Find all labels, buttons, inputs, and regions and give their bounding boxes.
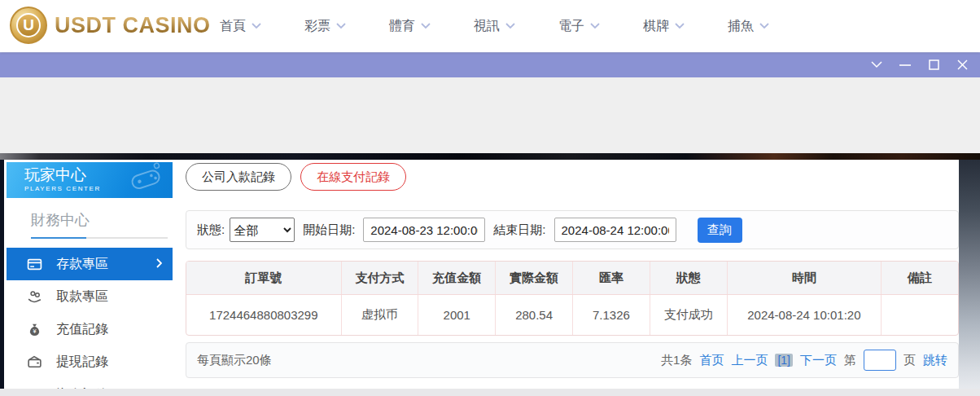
sidebar-item-label: 存款專區: [56, 256, 108, 273]
left-background-edge: [0, 160, 4, 389]
window-minimize-button[interactable]: [898, 58, 912, 73]
content-area: 公司入款記錄 在線支付記錄 狀態: 全部 開始日期: 結束日期: 查詢 訂單號 …: [186, 163, 959, 378]
minimize-icon: [899, 64, 911, 67]
nav-item-label: 捕魚: [728, 18, 754, 35]
top-nav-bar: U USDT CASINO 首頁 彩票 體育 視訊 電子 棋牌 捕魚: [0, 0, 980, 52]
page-background-spacer: [0, 77, 980, 153]
jump-go-link[interactable]: 跳转: [923, 353, 947, 368]
nav-item-sports[interactable]: 體育: [389, 18, 431, 35]
page-jump-input[interactable]: [864, 350, 896, 371]
cell-rate: 7.1326: [572, 295, 650, 335]
right-background-edge: [959, 160, 980, 389]
nav-item-label: 視訊: [474, 18, 500, 35]
sidebar: 玩家中心 PLAYERS CENTER 財務中心 存款專區: [7, 162, 173, 396]
site-logo[interactable]: U USDT CASINO: [10, 7, 211, 44]
wallet-icon: [27, 354, 42, 370]
tab-company-deposit-record[interactable]: 公司入款記錄: [186, 163, 291, 191]
bank-card-icon: [27, 257, 42, 272]
cell-recharge-amount: 2001: [418, 295, 495, 335]
jump-label-suffix: 页: [903, 353, 916, 368]
jump-label-prefix: 第: [844, 353, 856, 368]
sidebar-item-withdraw[interactable]: 取款專區: [7, 280, 173, 313]
coin-logo-letter: U: [16, 13, 41, 37]
prev-page-link[interactable]: 上一页: [731, 353, 768, 368]
start-date-label: 開始日期:: [303, 222, 355, 238]
filter-panel: 狀態: 全部 開始日期: 結束日期: 查詢: [186, 210, 959, 249]
header-order-no: 訂單號: [186, 262, 341, 294]
sidebar-item-label: 提現記錄: [56, 354, 108, 371]
header-time: 時間: [727, 262, 882, 294]
nav-item-chess[interactable]: 棋牌: [643, 18, 685, 35]
table-header-row: 訂單號 支付方式 充值金額 實際金額 匯率 狀態 時間 備註: [186, 262, 958, 295]
search-button[interactable]: 查詢: [698, 218, 742, 243]
sidebar-section-underline: [31, 237, 168, 239]
sidebar-section-title: 財務中心: [31, 210, 173, 230]
chevron-down-icon: [871, 61, 882, 68]
current-page-indicator: [1]: [775, 354, 793, 367]
nav-item-live[interactable]: 視訊: [474, 18, 515, 35]
sidebar-item-label: 取款專區: [56, 288, 108, 306]
window-title-bar: [0, 52, 980, 77]
page-size-text: 每頁顯示20條: [197, 353, 272, 368]
sidebar-item-withdrawal-record[interactable]: 提現記錄: [7, 345, 173, 378]
nav-item-lottery[interactable]: 彩票: [304, 18, 346, 35]
sidebar-item-recharge-record[interactable]: ¥ 充值記錄: [7, 313, 173, 345]
tab-online-payment-record[interactable]: 在線支付記錄: [300, 163, 406, 191]
sidebar-menu: 存款專區 取款專區 ¥ 充值記錄 提現記錄: [7, 248, 173, 396]
money-bag-icon: ¥: [27, 322, 42, 337]
chevron-down-icon: [421, 23, 431, 29]
chevron-down-icon: [759, 23, 769, 29]
chevron-right-icon: [156, 258, 162, 268]
header-remark: 備註: [881, 262, 958, 294]
sidebar-header: 玩家中心 PLAYERS CENTER: [7, 162, 173, 198]
nav-item-label: 體育: [389, 18, 415, 35]
next-page-link[interactable]: 下一页: [800, 353, 837, 368]
header-actual-amount: 實際金額: [495, 262, 572, 294]
close-icon: [957, 59, 968, 70]
nav-item-label: 首頁: [220, 18, 246, 35]
window-maximize-button[interactable]: [926, 58, 941, 73]
end-date-label: 結束日期:: [493, 222, 545, 238]
nav-item-label: 電子: [558, 18, 584, 35]
chevron-down-icon: [505, 23, 515, 29]
nav-item-home[interactable]: 首頁: [220, 18, 261, 35]
end-date-input[interactable]: [554, 218, 676, 242]
header-rate: 匯率: [572, 262, 650, 294]
nav-item-slots[interactable]: 電子: [558, 18, 600, 35]
table-row: 1724464880803299 虚拟币 2001 280.54 7.1326 …: [186, 295, 958, 335]
maximize-icon: [929, 59, 939, 70]
window-close-button[interactable]: [955, 58, 969, 73]
hand-coins-icon: [27, 289, 42, 305]
banner-edge-strip: [0, 153, 980, 160]
total-count-text: 共1条: [661, 353, 692, 368]
first-page-link[interactable]: 首页: [699, 353, 724, 368]
main-window: 玩家中心 PLAYERS CENTER 財務中心 存款專區: [0, 160, 980, 389]
header-recharge-amount: 充值金額: [418, 262, 495, 294]
site-logo-text: USDT CASINO: [55, 13, 211, 38]
records-table: 訂單號 支付方式 充值金額 實際金額 匯率 狀態 時間 備註 172446488…: [186, 261, 959, 336]
window-bottom-edge: [0, 389, 980, 396]
record-tabs: 公司入款記錄 在線支付記錄: [186, 163, 959, 191]
nav-item-label: 棋牌: [643, 18, 669, 35]
header-status: 狀態: [650, 262, 727, 294]
status-select[interactable]: 全部: [230, 218, 295, 242]
sidebar-item-deposit[interactable]: 存款專區: [7, 248, 173, 280]
header-pay-method: 支付方式: [341, 262, 418, 294]
start-date-input[interactable]: [363, 218, 485, 242]
sidebar-item-label: 充值記錄: [56, 321, 108, 338]
window-collapse-button[interactable]: [869, 58, 884, 73]
coin-logo-icon: U: [10, 7, 47, 44]
pagination-bar: 每頁顯示20條 共1条 首页 上一页 [1] 下一页 第 页 跳转: [186, 342, 959, 378]
cell-status: 支付成功: [650, 295, 727, 335]
chevron-down-icon: [675, 23, 685, 29]
chevron-down-icon: [252, 23, 261, 29]
chevron-down-icon: [590, 23, 600, 29]
cell-pay-method: 虚拟币: [341, 295, 418, 335]
cell-remark: [881, 295, 958, 335]
cell-actual-amount: 280.54: [495, 295, 572, 335]
gamepad-icon: [125, 160, 168, 199]
nav-item-fishing[interactable]: 捕魚: [728, 18, 769, 35]
nav-item-label: 彩票: [304, 18, 330, 35]
pagination-controls: 共1条 首页 上一页 [1] 下一页 第 页 跳转: [661, 350, 947, 371]
chevron-down-icon: [336, 23, 346, 29]
